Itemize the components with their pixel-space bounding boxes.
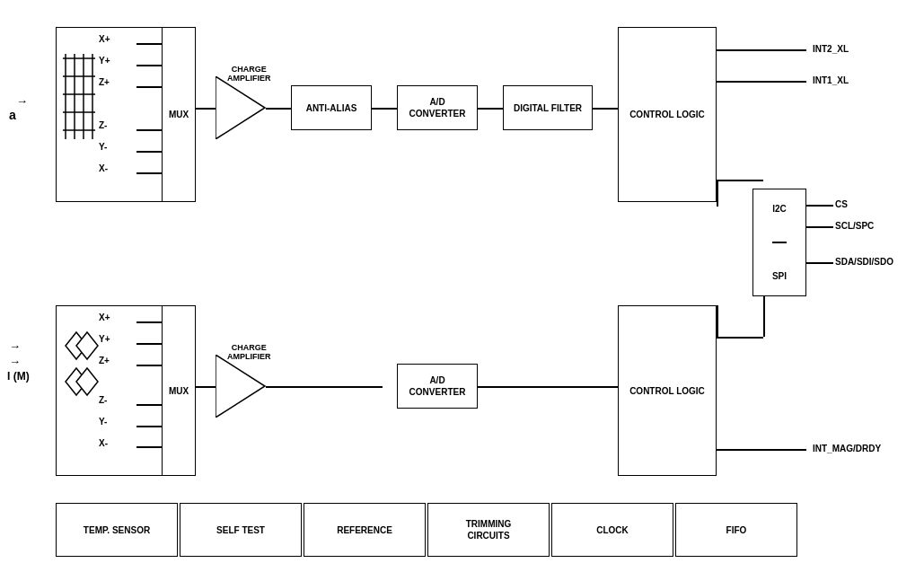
mag-y-minus-line bbox=[136, 426, 162, 427]
fifo-block: FIFO bbox=[675, 503, 797, 557]
trimming-block: TRIMMINGCIRCUITS bbox=[427, 503, 550, 557]
i2c-label: I2C bbox=[772, 203, 787, 215]
block-diagram: X+ Y+ Z+ Z- Y- X- → a MUX CHARGEAMPLIFIE… bbox=[0, 0, 924, 572]
sda-label: SDA/SDI/SDO bbox=[835, 257, 893, 267]
mag-arrow1: → bbox=[9, 339, 21, 353]
fifo-label: FIFO bbox=[726, 524, 747, 536]
mag-x-minus-line bbox=[136, 446, 162, 448]
accel-adc: A/DCONVERTER bbox=[397, 85, 478, 130]
int1-line bbox=[717, 81, 806, 83]
digital-filter: DIGITAL FILTER bbox=[503, 85, 593, 130]
cs-line bbox=[806, 205, 833, 207]
mag-charge-amp-label: CHARGEAMPLIFIER bbox=[227, 343, 271, 361]
spi-label: SPI bbox=[772, 270, 787, 282]
accel-aa-to-adc bbox=[372, 108, 397, 110]
accel-z-minus-line bbox=[136, 129, 162, 131]
mag-sensor-element bbox=[58, 323, 103, 422]
clock-label: CLOCK bbox=[596, 524, 629, 536]
interface-block: I2C SPI bbox=[752, 189, 806, 296]
control-logic-1: CONTROL LOGIC bbox=[618, 27, 717, 202]
accel-arrow-label: a bbox=[9, 108, 16, 122]
digital-filter-label: DIGITAL FILTER bbox=[514, 102, 582, 114]
anti-alias: ANTI-ALIAS bbox=[291, 85, 372, 130]
accel-z-plus-line bbox=[136, 86, 162, 88]
accel-charge-amp-label: CHARGEAMPLIFIER bbox=[227, 65, 271, 83]
reference-label: REFERENCE bbox=[337, 524, 392, 536]
int-mag-label: INT_MAG/DRDY bbox=[813, 444, 881, 453]
int2-line bbox=[717, 49, 806, 51]
int1-xl-label: INT1_XL bbox=[813, 75, 849, 85]
mag-mux-label: MUX bbox=[169, 385, 189, 397]
mag-charge-amp bbox=[216, 355, 268, 418]
accel-x-minus-line bbox=[136, 172, 162, 174]
mag-x-plus-line bbox=[136, 321, 162, 323]
self-test-block: SELF TEST bbox=[180, 503, 302, 557]
cl1-left-v bbox=[717, 180, 718, 207]
mag-arrow2: → bbox=[9, 355, 21, 368]
svg-marker-9 bbox=[216, 76, 265, 139]
interface-to-cl2-v bbox=[763, 296, 765, 337]
accel-z-plus: Z+ bbox=[99, 77, 110, 87]
accel-y-minus-line bbox=[136, 151, 162, 153]
accel-y-minus: Y- bbox=[99, 142, 107, 152]
control-logic-2-label: CONTROL LOGIC bbox=[629, 385, 705, 397]
accel-x-plus: X+ bbox=[99, 34, 110, 44]
clock-block: CLOCK bbox=[551, 503, 673, 557]
accel-y-plus-line bbox=[136, 65, 162, 66]
accel-adc-to-df bbox=[478, 108, 503, 110]
scl-label: SCL/SPC bbox=[835, 221, 874, 231]
control-logic-2: CONTROL LOGIC bbox=[618, 305, 717, 476]
accel-adc-label: A/DCONVERTER bbox=[409, 96, 466, 119]
cl2-right-v bbox=[717, 305, 718, 337]
sda-line bbox=[806, 262, 833, 264]
cl1-to-interface-h bbox=[717, 180, 763, 181]
mag-mux: MUX bbox=[162, 305, 196, 476]
accel-z-minus: Z- bbox=[99, 120, 107, 130]
mag-adc-to-cl bbox=[478, 386, 618, 388]
interface-to-cl2-h bbox=[717, 337, 763, 339]
accel-arrow: → bbox=[16, 94, 28, 108]
int2-xl-label: INT2_XL bbox=[813, 44, 849, 54]
accel-charge-amp bbox=[216, 76, 268, 139]
accel-sensor-element bbox=[61, 49, 99, 148]
mag-z-minus-line bbox=[136, 404, 162, 406]
accel-y-plus: Y+ bbox=[99, 56, 110, 66]
accel-amp-to-aa bbox=[266, 108, 291, 110]
int-mag-line bbox=[717, 449, 806, 451]
accel-df-to-cl bbox=[593, 108, 618, 110]
mag-z-plus-line bbox=[136, 365, 162, 366]
control-logic-1-label: CONTROL LOGIC bbox=[629, 109, 705, 120]
accel-mux-label: MUX bbox=[169, 109, 189, 120]
svg-marker-14 bbox=[216, 355, 265, 418]
mag-x-plus: X+ bbox=[99, 312, 110, 322]
mag-adc-label: A/DCONVERTER bbox=[409, 374, 466, 398]
mag-amp-to-adc bbox=[266, 386, 383, 388]
mag-x-minus: X- bbox=[99, 438, 108, 448]
mag-adc: A/DCONVERTER bbox=[397, 364, 478, 409]
accel-x-minus: X- bbox=[99, 163, 108, 173]
anti-alias-label: ANTI-ALIAS bbox=[306, 102, 357, 114]
temp-sensor-block: TEMP. SENSOR bbox=[56, 503, 178, 557]
reference-block: REFERENCE bbox=[304, 503, 426, 557]
scl-line bbox=[806, 226, 833, 228]
accel-x-plus-line bbox=[136, 43, 162, 45]
self-test-label: SELF TEST bbox=[216, 524, 265, 536]
temp-sensor-label: TEMP. SENSOR bbox=[84, 524, 150, 536]
mag-y-plus-line bbox=[136, 343, 162, 345]
trimming-label: TRIMMINGCIRCUITS bbox=[466, 518, 512, 541]
mag-arrow-label: I (M) bbox=[7, 370, 30, 383]
accel-mux: MUX bbox=[162, 27, 196, 202]
cs-label: CS bbox=[835, 199, 848, 209]
